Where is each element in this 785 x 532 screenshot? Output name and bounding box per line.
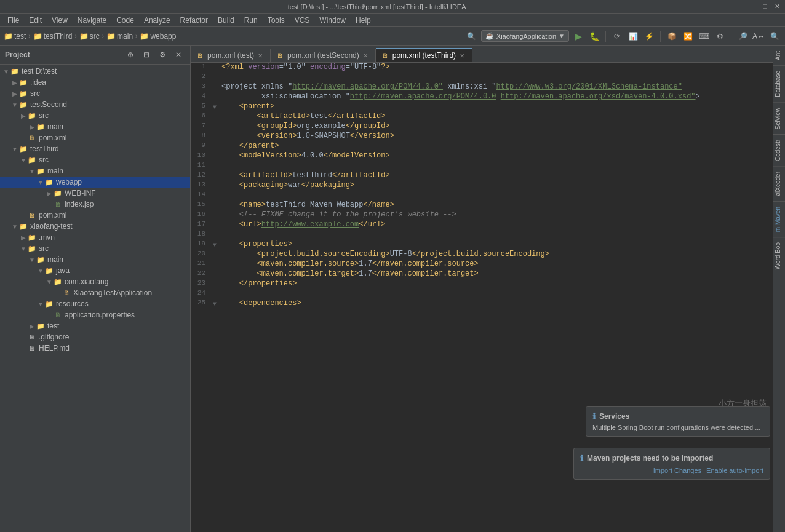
title-bar: test [D:\test] - ...\testThird\pom.xml [… [0,0,785,14]
project-gear-btn[interactable]: ⚙ [156,48,169,62]
right-tab-sciview[interactable]: SciView [773,102,785,134]
tree-item-n4[interactable]: ▼📁testSecond [0,99,190,110]
toolbar-zoom-btn[interactable]: 🔎 [736,30,749,43]
menu-code[interactable]: Code [111,15,139,26]
minimize-btn[interactable]: — [749,2,755,10]
tree-label-n8: testThird [30,145,59,153]
toolbar-translate-btn[interactable]: A↔ [752,30,765,43]
tree-item-n25[interactable]: 🗎.gitignore [0,332,190,343]
tree-item-n7[interactable]: 🗎pom.xml [0,132,190,143]
breadcrumb-src[interactable]: 📁 src [79,32,100,41]
tree-item-n13[interactable]: 🗎index.jsp [0,199,190,210]
right-tab-maven[interactable]: m Maven [773,201,785,237]
tab-pom-third[interactable]: 🗎 pom.xml (testThird) ✕ [376,48,472,62]
menu-help[interactable]: Help [351,15,376,26]
fold-marker-25[interactable]: ▼ [210,299,219,309]
fold-marker-13 [210,181,219,191]
tree-item-n1[interactable]: ▼📁test D:\test [0,66,190,77]
breadcrumb-main[interactable]: 📁 main [106,32,133,41]
tree-item-n11[interactable]: ▼📁webapp [0,177,190,188]
toolbar-settings-btn[interactable]: ⚙ [713,30,727,43]
close-btn[interactable]: ✕ [775,2,780,10]
code-line-9: 9 </parent> [191,141,773,151]
toolbar-profile-btn[interactable]: ⚡ [642,30,656,43]
tree-item-n22[interactable]: ▼📁resources [0,298,190,309]
toolbar-coverage-btn[interactable]: 📊 [626,30,640,43]
project-panel: Project ⊕ ⊟ ⚙ ✕ ▼📁test D:\test▶📁.idea▶📁s… [0,46,191,532]
tree-label-n11: webapp [56,178,82,186]
menu-window[interactable]: Window [314,15,351,26]
tree-item-n19[interactable]: ▼📁java [0,265,190,276]
tab-close-3[interactable]: ✕ [460,52,464,59]
toolbar-git-btn[interactable]: 🔀 [681,30,695,43]
tree-arrow-n5: ▶ [20,113,27,119]
line-number-6: 6 [191,112,210,122]
tab-close-2[interactable]: ✕ [363,52,368,59]
menu-analyze[interactable]: Analyze [139,15,175,26]
tree-item-n26[interactable]: 🗎HELP.md [0,343,190,354]
tab-close-1[interactable]: ✕ [258,52,263,59]
maven-notif-actions: Import Changes Enable auto-import [580,467,763,474]
tree-item-n17[interactable]: ▼📁src [0,243,190,254]
tree-item-n3[interactable]: ▶📁src [0,88,190,99]
code-line-24: 24 [191,289,773,299]
toolbar-search-btn[interactable]: 🔍 [465,30,479,43]
menu-edit[interactable]: Edit [24,15,47,26]
tree-arrow-n11: ▼ [37,179,44,186]
tree-item-n12[interactable]: ▶📁WEB-INF [0,188,190,199]
run-debug-btn[interactable]: 🐛 [588,30,601,43]
enable-auto-import-btn[interactable]: Enable auto-import [706,467,763,474]
tab-pom-second[interactable]: 🗎 pom.xml (testSecond) ✕ [271,49,376,62]
tree-item-n5[interactable]: ▶📁src [0,110,190,121]
import-changes-btn[interactable]: Import Changes [653,467,701,474]
toolbar-terminal-btn[interactable]: ⌨ [697,30,711,43]
menu-tools[interactable]: Tools [263,15,290,26]
tree-item-n6[interactable]: ▶📁main [0,121,190,132]
code-line-18: 18 [191,230,773,240]
run-config-selector[interactable]: ☕ XiaofangApplication ▼ [481,30,569,42]
tree-item-n21[interactable]: 🗎XiaofangTestApplication [0,287,190,298]
tree-item-n10[interactable]: ▼📁main [0,165,190,177]
toolbar-maven-btn[interactable]: 📦 [665,30,679,43]
tree-item-n16[interactable]: ▶📁.mvn [0,232,190,243]
tree-item-n18[interactable]: ▼📁main [0,254,190,265]
fold-marker-19[interactable]: ▼ [210,240,219,250]
tree-label-n26: HELP.md [39,344,70,352]
tree-item-n24[interactable]: ▶📁test [0,320,190,332]
tree-item-n9[interactable]: ▼📁src [0,154,190,165]
fold-marker-5[interactable]: ▼ [210,102,219,112]
tree-item-n15[interactable]: ▼📁xiaofang-test [0,221,190,232]
menu-refactor[interactable]: Refactor [175,15,213,26]
tab-pom-test[interactable]: 🗎 pom.xml (test) ✕ [191,49,271,62]
right-tab-wordboo[interactable]: Word Boo [773,237,785,274]
menu-view[interactable]: View [47,15,73,26]
breadcrumb-webapp[interactable]: 📁 webapp [140,32,176,41]
project-close-btn[interactable]: ✕ [172,48,185,62]
run-play-btn[interactable]: ▶ [572,30,585,43]
code-line-25: 25▼ <dependencies> [191,299,773,309]
right-tab-ant[interactable]: Ant [773,46,785,65]
toolbar-search2-btn[interactable]: 🔍 [768,30,781,43]
line-number-19: 19 [191,240,210,250]
breadcrumb-test[interactable]: 📁 test [4,32,26,41]
menu-vcs[interactable]: VCS [290,15,315,26]
tree-item-n8[interactable]: ▼📁testThird [0,143,190,154]
tree-item-n20[interactable]: ▼📁com.xiaofang [0,276,190,287]
fold-marker-6 [210,112,219,122]
tree-item-n2[interactable]: ▶📁.idea [0,77,190,88]
fold-marker-8 [210,132,219,141]
menu-navigate[interactable]: Navigate [73,15,111,26]
tree-item-n23[interactable]: 🗎application.properties [0,309,190,320]
breadcrumb-testThird[interactable]: 📁 testThird [33,32,73,41]
maximize-btn[interactable]: □ [763,2,767,10]
tree-item-n14[interactable]: 🗎pom.xml [0,210,190,221]
right-tab-codestr[interactable]: Codestr [773,134,785,166]
project-add-btn[interactable]: ⊕ [124,48,137,62]
menu-file[interactable]: File [2,15,24,26]
toolbar-update-btn[interactable]: ⟳ [610,30,624,43]
project-collapse-btn[interactable]: ⊟ [140,48,153,62]
menu-build[interactable]: Build [213,15,239,26]
right-tab-database[interactable]: Database [773,65,785,102]
right-tab-aixcoder[interactable]: aiXcoder [773,166,785,200]
menu-run[interactable]: Run [239,15,263,26]
